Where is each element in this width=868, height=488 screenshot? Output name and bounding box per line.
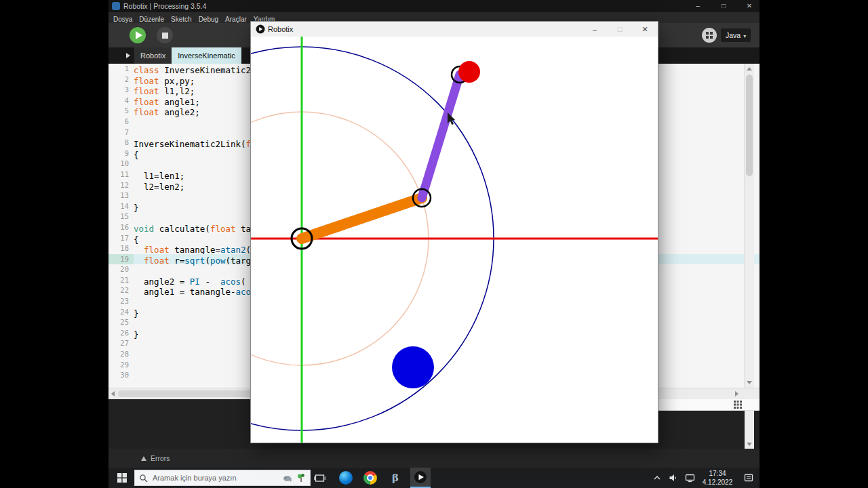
line-number: 25 — [108, 317, 134, 328]
stop-icon — [162, 33, 168, 39]
line-number: 12 — [108, 180, 134, 191]
line-number: 2 — [108, 75, 134, 85]
line-number: 13 — [108, 190, 134, 201]
running-sketch-taskbar-icon[interactable] — [410, 468, 431, 488]
chrome-logo-center — [367, 474, 374, 481]
screen: Robotix | Processing 3.5.4 – □ ✕ DosyaDü… — [108, 0, 760, 488]
debug-button[interactable] — [702, 28, 717, 43]
line-number: 15 — [108, 211, 134, 222]
task-view-icon — [314, 473, 326, 483]
console-scrollbar[interactable] — [745, 411, 754, 449]
processing-taskbar-icon[interactable]: β — [386, 468, 405, 488]
action-center-button[interactable] — [741, 468, 757, 488]
scroll-down-icon[interactable] — [747, 381, 752, 384]
sketch-window-title: Robotix — [268, 22, 293, 37]
stop-button[interactable] — [157, 27, 173, 43]
sketch-titlebar[interactable]: Robotix – □ ✕ — [251, 22, 658, 37]
tab-robotix[interactable]: Robotix — [134, 47, 172, 64]
sketch-maximize-icon: □ — [608, 22, 631, 37]
grid-icon[interactable] — [734, 401, 742, 409]
line-number: 20 — [108, 264, 134, 275]
scroll-right-icon[interactable] — [735, 391, 738, 396]
search-input[interactable] — [151, 473, 279, 483]
console-tab-errors[interactable]: Errors — [133, 449, 178, 468]
edge-logo — [339, 471, 353, 485]
line-number: 27 — [108, 338, 134, 349]
line-number: 26 — [108, 328, 134, 339]
editor-vscrollbar[interactable] — [744, 64, 754, 388]
display-icon — [685, 474, 695, 483]
sketch-play-icon — [414, 470, 427, 484]
line-number: 11 — [108, 169, 134, 180]
line-number: 4 — [108, 96, 134, 106]
search-icon — [139, 474, 148, 483]
search-highlight-plant-icon[interactable] — [296, 472, 306, 483]
play-icon — [136, 31, 142, 39]
line-number: 9 — [108, 148, 134, 159]
maximize-icon[interactable]: □ — [712, 0, 735, 12]
line-number: 28 — [108, 349, 134, 360]
chevron-up-icon — [652, 474, 662, 482]
sketch-canvas[interactable] — [251, 37, 658, 443]
scroll-up-icon[interactable] — [747, 67, 752, 70]
line-number: 10 — [108, 159, 134, 169]
tab-menu-icon[interactable] — [126, 53, 130, 58]
taskbar-search[interactable] — [134, 470, 311, 486]
line-number: 5 — [108, 106, 134, 117]
clock-time: 17:34 — [698, 469, 737, 478]
line-number: 23 — [108, 296, 134, 307]
run-button[interactable] — [130, 27, 146, 43]
line-number: 6 — [108, 117, 134, 127]
line-number: 19 — [108, 254, 134, 265]
start-button[interactable] — [113, 468, 132, 488]
tray-expand-button[interactable] — [650, 468, 665, 488]
processing-app-icon — [112, 2, 120, 10]
edge-browser-icon[interactable] — [336, 468, 355, 488]
debug-icon — [705, 31, 713, 39]
line-number: 7 — [108, 127, 134, 138]
line-number: 29 — [108, 360, 134, 371]
line-number: 3 — [108, 85, 134, 96]
chrome-browser-icon[interactable] — [361, 468, 380, 488]
line-number: 1 — [108, 64, 134, 75]
sketch-app-icon — [256, 24, 265, 34]
chevron-down-icon: ▾ — [743, 33, 746, 39]
target-red-ball[interactable] — [458, 61, 480, 83]
sketch-close-icon[interactable]: ✕ — [633, 22, 656, 37]
vscroll-thumb[interactable] — [746, 75, 753, 176]
line-number: 8 — [108, 138, 134, 148]
minimize-icon[interactable]: – — [686, 0, 709, 12]
console-tab-label: Errors — [151, 454, 170, 462]
sketch-minimize-icon[interactable]: – — [583, 22, 606, 37]
ide-window-title: Robotix | Processing 3.5.4 — [123, 0, 206, 12]
ide-titlebar: Robotix | Processing 3.5.4 – □ ✕ — [108, 0, 760, 12]
processing-beta-glyph: β — [392, 472, 399, 484]
windows-taskbar: β 17:34 4.12.202 — [108, 468, 760, 488]
line-number: 24 — [108, 307, 134, 318]
taskbar-clock[interactable]: 17:34 4.12.2022 — [698, 469, 737, 487]
line-number: 14 — [108, 201, 134, 212]
chrome-logo — [363, 471, 377, 485]
tab-inversekinematic[interactable]: InverseKinematic — [172, 47, 241, 64]
mode-label: Java — [726, 31, 741, 39]
volume-tray-button[interactable] — [666, 468, 681, 488]
line-number: 21 — [108, 275, 134, 286]
line-number: 18 — [108, 243, 134, 254]
task-view-button[interactable] — [310, 468, 329, 488]
line-number: 22 — [108, 285, 134, 296]
close-icon[interactable]: ✕ — [738, 0, 760, 12]
blue-ball[interactable] — [392, 346, 434, 388]
arm-link1 — [302, 198, 422, 239]
search-highlight-elephant-icon[interactable] — [282, 472, 293, 483]
line-number: 30 — [108, 370, 134, 381]
display-tray-button[interactable] — [682, 468, 697, 488]
scroll-left-icon[interactable] — [111, 391, 115, 396]
mode-selector[interactable]: Java▾ — [721, 28, 751, 42]
line-number: 16 — [108, 222, 134, 233]
sketch-window: Robotix – □ ✕ — [251, 22, 658, 443]
volume-icon — [669, 473, 678, 483]
notification-icon — [744, 473, 753, 483]
windows-logo-icon — [117, 473, 127, 483]
console-tabstrip: ConsoleErrors — [108, 449, 760, 468]
clock-date: 4.12.2022 — [698, 478, 737, 487]
